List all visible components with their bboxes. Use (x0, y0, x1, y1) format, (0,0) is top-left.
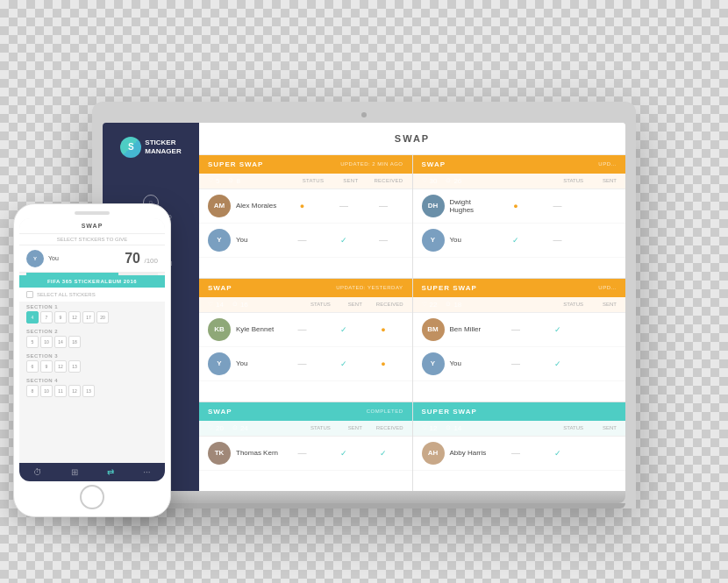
sticker-6[interactable]: 6 (26, 360, 39, 373)
card-header-5: SWAP COMPLETED (199, 402, 412, 421)
person-row-you-4: Y You — ✓ (413, 347, 626, 381)
phone-section-1-label: SECTION 1 (19, 302, 165, 311)
status-thomas: — (281, 448, 325, 458)
avatar-kyle: KB (208, 318, 231, 341)
avatar-abby: AH (422, 442, 445, 465)
phone-album-button[interactable]: FIFA 365 STICKERALBUM 2016 (19, 275, 165, 288)
received-thomas: ✓ (364, 449, 403, 458)
phone-home-button[interactable] (80, 485, 104, 509)
comment-icon-1: ♡ (208, 177, 213, 184)
person-name-ben: Ben Miller (450, 325, 482, 333)
phone-nav-clock-icon[interactable]: ⏱ (33, 467, 42, 477)
sticker-12c[interactable]: 12 (68, 385, 81, 397)
card-super-swap-1: SUPER SWAP UPDATED: 2 MIN AGO ♡ 5 ⊙ 8 (199, 155, 412, 278)
col-sent-5: SENT (348, 425, 362, 430)
col-sent-1: SENT (343, 178, 358, 183)
sticker-10[interactable]: 10 (40, 336, 53, 348)
status-alex: ● (281, 202, 325, 210)
person-name-you-1: You (236, 236, 248, 244)
phone-section-4-label: SECTION 4 (19, 375, 165, 385)
status-you-3: — (281, 359, 325, 368)
sticker-9[interactable]: 9 (54, 311, 67, 323)
person-row-ben: BM Ben Miller — ✓ (413, 313, 626, 347)
stat-comments-4: ♡ 22 (422, 301, 438, 309)
avatar-you-2: Y (422, 229, 445, 252)
person-row-you-3: Y You — ✓ ● (199, 347, 412, 381)
sticker-12b[interactable]: 12 (54, 360, 67, 373)
col-sent-6: SENT (603, 425, 617, 430)
logo-text: STICKERMANAGER (145, 139, 181, 155)
main-wrapper: S STICKERMANAGER ○ DASHBOARD ⊞ COLLECTIO… (92, 75, 636, 508)
laptop-base (103, 491, 625, 503)
comment-icon-5: ♡ (208, 424, 213, 431)
phone-nav-grid-icon[interactable]: ⊞ (71, 467, 78, 477)
phone-user-row: Y You 70 /100 (19, 245, 165, 273)
card-header-2: SWAP UPD... (413, 155, 626, 174)
card-title-3: SWAP (208, 284, 232, 292)
sticker-20[interactable]: 20 (96, 311, 109, 323)
person-info-ben: BM Ben Miller (422, 318, 495, 341)
person-row-abby: AH Abby Harris — ✓ (413, 437, 626, 471)
sent-alex: — (325, 201, 364, 210)
person-name-thomas: Thomas Kern (236, 449, 278, 457)
sticker-14[interactable]: 14 (54, 336, 67, 348)
person-info-you-4: Y You (422, 352, 495, 375)
sent-dwight: — (538, 201, 577, 210)
phone-nav-dots-icon[interactable]: ··· (143, 467, 150, 477)
sticker-17[interactable]: 17 (82, 311, 95, 323)
sticker-13b[interactable]: 13 (82, 385, 95, 397)
person-row-you-1: Y You — ✓ — (199, 224, 412, 258)
col-received-1: RECEIVED (374, 178, 403, 183)
card-updated-2: UPD... (598, 161, 617, 167)
phone-screen: SWAP SELECT STICKERS TO GIVE Y You 70 /1… (19, 218, 165, 481)
laptop-base-bottom (103, 503, 625, 508)
eye-icon-2: ⊙ (446, 177, 451, 184)
card-header-4: SUPER SWAP UPD... (413, 279, 626, 297)
sent-ben: ✓ (538, 325, 577, 334)
card-header-1: SUPER SWAP UPDATED: 2 MIN AGO (199, 155, 412, 174)
avatar-you-3: Y (208, 352, 231, 375)
received-you-1: — (364, 235, 403, 245)
stat-comments-6: ♡ 12 (422, 424, 438, 432)
card-header-6: SUPER SWAP (413, 402, 626, 421)
sticker-8[interactable]: 8 (26, 385, 39, 397)
sticker-18[interactable]: 18 (68, 336, 81, 348)
phone-frame: SWAP SELECT STICKERS TO GIVE Y You 70 /1… (13, 203, 171, 517)
phone-checkbox[interactable] (26, 291, 33, 298)
card-super-swap-6: SUPER SWAP ♡ 12 ⊙ 14 (413, 402, 626, 491)
eye-icon-4: ⊙ (446, 301, 451, 308)
sticker-13[interactable]: 13 (68, 360, 81, 373)
sticker-7[interactable]: 7 (40, 311, 53, 323)
avatar-you-4: Y (422, 352, 445, 375)
stat-views-5: ⊙ 24 (232, 424, 248, 432)
person-info-abby: AH Abby Harris (422, 442, 495, 465)
person-info-you-2: Y You (422, 229, 495, 252)
phone-nav-swap-icon[interactable]: ⇄ (107, 467, 114, 477)
phone-user-info: Y You (26, 250, 59, 267)
avatar-thomas: TK (208, 442, 231, 465)
sticker-5[interactable]: 5 (26, 336, 39, 348)
sticker-10b[interactable]: 10 (40, 385, 53, 397)
card-swap-2: SWAP UPD... ♡ 30 ⊙ 26 (413, 155, 626, 278)
sticker-11[interactable]: 11 (54, 385, 67, 397)
phone-select-all-label: SELECT ALL STICKERS (37, 292, 96, 297)
stat-views-1: ⊙ 8 (228, 177, 239, 185)
phone-stickers-1: 4 7 9 12 17 20 (19, 311, 165, 326)
status-you-4: — (494, 359, 538, 368)
sticker-4[interactable]: 4 (26, 311, 39, 323)
comment-icon-3: ♡ (208, 301, 213, 308)
status-you-1: — (281, 235, 325, 245)
phone-section-3-label: SECTION 3 (19, 351, 165, 360)
phone-speaker (75, 211, 110, 215)
col-status-2: STATUS (563, 178, 583, 183)
card-updated-5: COMPLETED (367, 409, 403, 414)
received-kyle: ● (364, 325, 403, 334)
person-name-you-3: You (236, 359, 248, 367)
sticker-12[interactable]: 12 (68, 311, 81, 323)
phone-bottom-nav: ⏱ ⊞ ⇄ ··· (19, 463, 165, 481)
stat-views-2: ⊙ 26 (446, 177, 461, 185)
person-name-alex: Alex Morales (236, 202, 276, 210)
phone-select-all[interactable]: SELECT ALL STICKERS (19, 288, 165, 302)
sticker-9b[interactable]: 9 (40, 360, 53, 373)
col-sent-4: SENT (603, 302, 617, 307)
